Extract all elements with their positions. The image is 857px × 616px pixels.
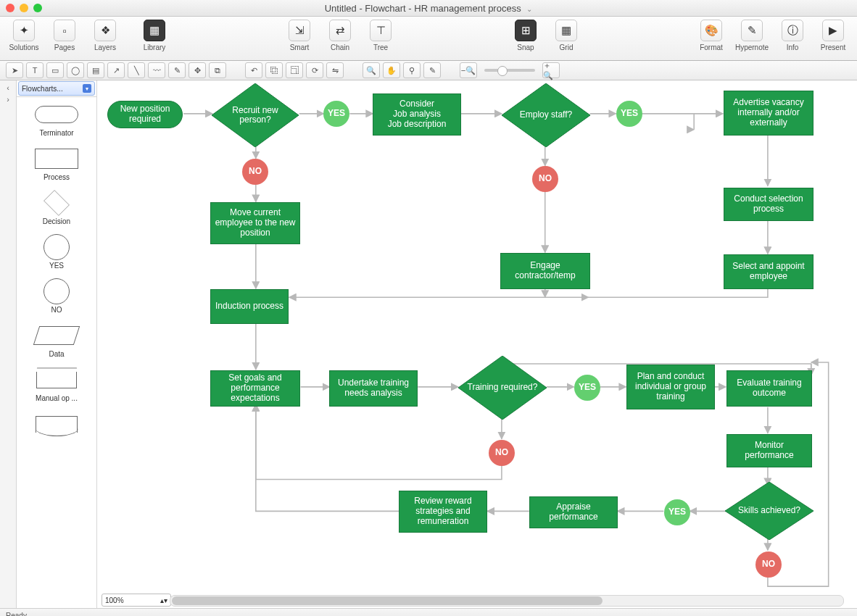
grid-button[interactable]: ▦Grid xyxy=(550,20,583,51)
node-skills-decision[interactable]: Skills achieved? xyxy=(725,482,813,540)
snap-button[interactable]: ⊞Snap xyxy=(509,20,542,51)
node-evaluate[interactable]: Evaluate training outcome xyxy=(726,370,812,407)
hypernote-label: Hypernote xyxy=(735,43,769,51)
rect-tool[interactable]: ▭ xyxy=(46,62,64,78)
shape-no[interactable]: NO xyxy=(17,280,96,314)
pen-tool[interactable]: ✎ xyxy=(168,62,186,78)
solutions-label: Solutions xyxy=(9,43,38,51)
shape-data[interactable]: Data xyxy=(17,324,96,358)
node-label: YES xyxy=(621,109,638,119)
dropper-tool[interactable]: ✎ xyxy=(423,62,441,78)
shape-label: YES xyxy=(49,262,64,270)
rotate-button[interactable]: ⟳ xyxy=(306,62,323,78)
node-label: Advertise vacancy internally and/or exte… xyxy=(727,98,810,128)
node-training-decision[interactable]: Training required? xyxy=(458,356,547,420)
shape-document[interactable] xyxy=(17,412,96,438)
node-induction[interactable]: Induction process xyxy=(210,289,289,324)
present-button[interactable]: ▶Present xyxy=(816,20,850,51)
library-selector[interactable]: Flowcharts... ▾ xyxy=(18,81,95,96)
node-label: Engage contractor/temp xyxy=(504,261,587,281)
connector-yes[interactable]: YES xyxy=(664,499,690,525)
node-label: Consider Job analysis Job description xyxy=(388,99,447,129)
connector-yes[interactable]: YES xyxy=(323,101,349,127)
shape-terminator[interactable]: Terminator xyxy=(17,103,96,137)
minimize-icon[interactable] xyxy=(20,4,28,12)
node-label: NO xyxy=(495,448,508,458)
node-monitor[interactable]: Monitor performance xyxy=(726,434,812,467)
shape-decision[interactable]: Decision xyxy=(17,191,96,225)
ellipse-tool[interactable]: ◯ xyxy=(67,62,84,78)
group-button[interactable]: ⿻ xyxy=(265,62,283,78)
crop-tool[interactable]: ⧉ xyxy=(209,62,226,78)
node-review[interactable]: Review reward strategies and remuneratio… xyxy=(399,491,487,533)
magnify-tool[interactable]: 🔍 xyxy=(363,62,380,78)
node-label: NO xyxy=(249,167,262,177)
zoom-field[interactable]: 100% ▴▾ xyxy=(102,594,171,607)
zoom-slider[interactable] xyxy=(484,69,535,72)
node-label: Employ staff? xyxy=(516,110,576,120)
canvas[interactable]: New position required Recruit new person… xyxy=(97,80,857,608)
shape-label: Manual op ... xyxy=(36,394,78,402)
hand-tool[interactable]: ✋ xyxy=(383,62,400,78)
zoom-out-button[interactable]: −🔍 xyxy=(460,62,477,78)
connector-yes[interactable]: YES xyxy=(574,375,600,401)
solutions-button[interactable]: ✦Solutions xyxy=(7,20,41,51)
eyedrop-tool[interactable]: ⚲ xyxy=(403,62,421,78)
zoom-in-button[interactable]: ＋🔍 xyxy=(542,62,560,78)
shape-yes[interactable]: YES xyxy=(17,236,96,270)
flip-button[interactable]: ⇋ xyxy=(326,62,344,78)
node-plan[interactable]: Plan and conduct individual or group tra… xyxy=(626,365,715,409)
node-start[interactable]: New position required xyxy=(107,101,183,128)
smart-button[interactable]: ⇲Smart xyxy=(283,20,316,51)
status-bar: Ready xyxy=(0,608,857,616)
node-consider[interactable]: Consider Job analysis Job description xyxy=(373,93,461,136)
node-label: Review reward strategies and remuneratio… xyxy=(402,496,484,526)
tools-toolbar: ➤ T ▭ ◯ ▤ ↗ ╲ 〰 ✎ ✥ ⧉ ↶ ⿻ ⿹ ⟳ ⇋ 🔍 ✋ ⚲ ✎ … xyxy=(0,61,857,80)
close-icon[interactable] xyxy=(6,4,15,12)
nav-fwd-icon[interactable]: › xyxy=(7,95,9,104)
node-label: Evaluate training outcome xyxy=(730,378,808,399)
stamp-tool[interactable]: ✥ xyxy=(189,62,206,78)
horizontal-scrollbar[interactable] xyxy=(170,595,844,607)
node-employ-decision[interactable]: Employ staff? xyxy=(502,83,590,147)
chain-button[interactable]: ⇄Chain xyxy=(323,20,357,51)
hypernote-button[interactable]: ✎Hypernote xyxy=(735,20,769,51)
pointer-tool[interactable]: ➤ xyxy=(6,62,23,78)
line-tool[interactable]: ╲ xyxy=(128,62,145,78)
node-advertise[interactable]: Advertise vacancy internally and/or exte… xyxy=(724,91,813,136)
nav-back-icon[interactable]: ‹ xyxy=(7,83,9,92)
node-setgoals[interactable]: Set goals and performance expectations xyxy=(210,370,300,407)
connector-no[interactable]: NO xyxy=(242,159,268,185)
tree-label: Tree xyxy=(373,43,388,51)
grid-label: Grid xyxy=(560,43,574,51)
connector-no[interactable]: NO xyxy=(755,552,782,578)
node-recruit-decision[interactable]: Recruit new person? xyxy=(212,83,299,147)
node-engage[interactable]: Engage contractor/temp xyxy=(500,253,590,289)
node-move[interactable]: Move current employee to the new positio… xyxy=(210,202,300,244)
tree-button[interactable]: ⊤Tree xyxy=(364,20,397,51)
node-select[interactable]: Select and appoint employee xyxy=(724,254,813,289)
table-tool[interactable]: ▤ xyxy=(87,62,104,78)
zoom-icon[interactable] xyxy=(33,4,42,12)
curve-tool[interactable]: 〰 xyxy=(148,62,165,78)
format-button[interactable]: 🎨Format xyxy=(695,20,728,51)
undo-button[interactable]: ↶ xyxy=(245,62,262,78)
layers-button[interactable]: ❖Layers xyxy=(88,20,122,51)
smart-label: Smart xyxy=(290,43,310,51)
node-appraise[interactable]: Appraise performance xyxy=(529,496,618,528)
ungroup-button[interactable]: ⿹ xyxy=(286,62,303,78)
chevron-down-icon[interactable]: ⌄ xyxy=(526,5,532,13)
library-button[interactable]: ▦Library xyxy=(138,20,171,51)
connector-yes[interactable]: YES xyxy=(616,101,642,127)
pages-button[interactable]: ▫Pages xyxy=(48,20,81,51)
stepper-icon[interactable]: ▴▾ xyxy=(160,596,167,604)
node-conduct[interactable]: Conduct selection process xyxy=(724,188,813,221)
connector-no[interactable]: NO xyxy=(489,440,515,466)
arrow-tool[interactable]: ↗ xyxy=(107,62,125,78)
shape-process[interactable]: Process xyxy=(17,147,96,181)
shape-manual-op[interactable]: Manual op ... xyxy=(17,368,96,402)
info-button[interactable]: ⓘInfo xyxy=(776,20,809,51)
text-tool[interactable]: T xyxy=(26,62,44,78)
connector-no[interactable]: NO xyxy=(532,166,558,192)
node-undertake[interactable]: Undertake training needs analysis xyxy=(329,370,418,407)
